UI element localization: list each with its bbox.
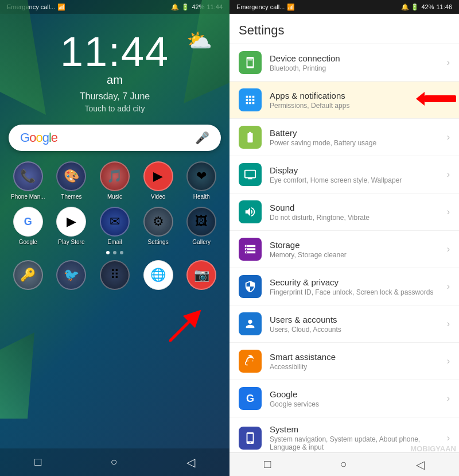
svg-rect-3 [425,95,456,102]
app-item-chrome[interactable]: 🌐 [139,260,178,292]
app-icon-chrome: 🌐 [143,260,173,290]
apps-notifications-icon [239,88,262,111]
nav-recents-left[interactable]: □ [34,455,41,469]
red-arrow-diagonal [169,307,204,344]
settings-item-users[interactable]: Users & accounts Users, Cloud, Accounts … [230,305,459,343]
app-item-camera[interactable]: 📷 [182,260,221,292]
app-item-settings-app[interactable]: ⚙ Settings [139,207,178,245]
device-connection-text: Device connection Bluetooth, Printing [270,53,447,72]
app-item-google[interactable]: G Google [9,207,48,245]
chevron-device-connection: › [447,57,450,68]
page-dots [0,247,230,258]
smart-assistance-icon [239,350,262,373]
search-bar[interactable]: Google 🎤 [9,125,221,151]
right-status-bar: Emergency call... 📶 🔔 🔋 42% 11:46 [230,0,459,14]
app-icon-settings-app: ⚙ [143,207,173,237]
mic-icon[interactable]: 🎤 [195,131,209,145]
battery-icon-settings [239,126,262,149]
svg-marker-4 [416,92,425,106]
device-connection-name: Device connection [270,53,447,63]
chevron-sound: › [447,207,450,217]
chevron-smart-assistance: › [447,356,450,366]
watermark: MOBIGYAAN [410,444,456,453]
app-item-notes[interactable]: 🐦 [52,260,91,292]
battery-text: Battery Power saving mode, Battery usage [270,128,447,147]
security-sub: Fingerprint ID, Face unlock, Screen lock… [270,288,447,296]
red-arrow-right [416,88,459,111]
google-settings-text: Google Google services [270,389,447,408]
security-text: Security & privacy Fingerprint ID, Face … [270,277,447,296]
chevron-google: › [447,393,450,404]
dot-3 [120,251,123,254]
app-label-playstore: Play Store [58,239,84,245]
app-label-gallery: Gallery [192,239,211,245]
app-item-grid[interactable]: ⠿ [95,260,134,292]
settings-item-battery[interactable]: Battery Power saving mode, Battery usage… [230,119,459,156]
google-settings-sub: Google services [270,400,447,408]
settings-item-google[interactable]: G Google Google services › [230,380,459,417]
battery-name: Battery [270,128,447,138]
users-icon [239,312,262,335]
app-label-email: Email [107,239,122,245]
app-icon-health: ❤ [186,161,216,191]
users-text: Users & accounts Users, Cloud, Accounts [270,315,447,334]
nav-home-right[interactable]: ○ [340,458,347,471]
app-icon-gallery: 🖼 [186,207,216,237]
clock-date: Thursday, 7 June [0,91,230,102]
nav-recents-right[interactable]: □ [264,458,271,471]
device-connection-sub: Bluetooth, Printing [270,64,447,72]
settings-item-device-connection[interactable]: Device connection Bluetooth, Printing › [230,44,459,82]
settings-item-security[interactable]: Security & privacy Fingerprint ID, Face … [230,268,459,305]
app-label-phone: Phone Man... [11,194,45,200]
nav-bar-left: □ ○ ◁ [0,448,230,476]
google-settings-name: Google [270,389,447,399]
settings-title-bar: Settings [230,14,459,44]
left-panel: Emergency call... 📶 🔔 🔋 42% 11:44 ⛅ 11:4… [0,0,230,476]
app-item-themes[interactable]: 🎨 Themes [52,161,91,200]
clock-time: 11:44 [0,31,230,72]
app-label-video: Video [151,194,165,200]
app-item-email[interactable]: ✉ Email [95,207,134,245]
chevron-display: › [447,169,450,180]
smart-assistance-text: Smart assistance Accessibility [270,352,447,371]
sound-icon [239,200,262,223]
battery-sub: Power saving mode, Battery usage [270,139,447,147]
security-name: Security & privacy [270,277,447,287]
settings-item-apps-notifications[interactable]: Apps & notifications Permissions, Defaul… [230,82,459,119]
nav-back-right[interactable]: ◁ [416,458,425,471]
storage-sub: Memory, Storage cleaner [270,251,447,259]
google-settings-icon: G [239,387,262,410]
app-label-music: Music [107,194,122,200]
app-icon-camera: 📷 [186,260,216,290]
dot-2 [113,251,116,254]
security-icon [239,275,262,298]
app-item-phone[interactable]: 📞 Phone Man... [9,161,48,200]
app-grid-row3: 🔑 🐦 ⠿ 🌐 📷 [0,258,230,295]
settings-item-storage[interactable]: Storage Memory, Storage cleaner › [230,231,459,268]
settings-item-sound[interactable]: Sound Do not disturb, Ringtone, Vibrate … [230,194,459,231]
settings-item-display[interactable]: Display Eye comfort, Home screen style, … [230,156,459,194]
app-item-video[interactable]: ▶ Video [139,161,178,200]
nav-home-left[interactable]: ○ [110,455,117,469]
system-icon [239,427,262,450]
clock-section: 11:44 am Thursday, 7 June Touch to add c… [0,14,230,113]
app-item-key[interactable]: 🔑 [9,260,48,292]
sound-sub: Do not disturb, Ringtone, Vibrate [270,214,447,222]
chevron-users: › [447,319,450,329]
users-sub: Users, Cloud, Accounts [270,326,447,334]
app-grid-row2: G Google ▶ Play Store ✉ Email ⚙ Settings… [0,204,230,247]
settings-item-smart-assistance[interactable]: Smart assistance Accessibility › [230,343,459,380]
battery-right: 42% [421,3,434,10]
storage-icon [239,238,262,261]
sound-name: Sound [270,203,447,212]
app-item-playstore[interactable]: ▶ Play Store [52,207,91,245]
app-item-music[interactable]: 🎵 Music [95,161,134,200]
chevron-battery: › [447,132,450,142]
app-item-health[interactable]: ❤ Health [182,161,221,200]
nav-back-left[interactable]: ◁ [186,455,195,469]
app-item-gallery[interactable]: 🖼 Gallery [182,207,221,245]
chevron-storage: › [447,244,450,254]
sound-text: Sound Do not disturb, Ringtone, Vibrate [270,203,447,222]
clock-city: Touch to add city [0,104,230,113]
display-sub: Eye comfort, Home screen style, Wallpape… [270,176,447,184]
